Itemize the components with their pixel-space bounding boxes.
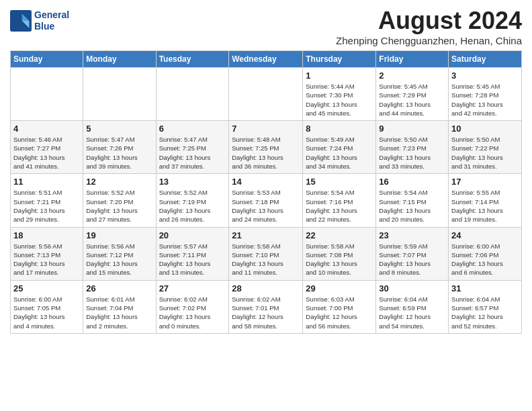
day-info: Sunrise: 5:58 AM Sunset: 7:10 PM Dayligh… [232, 242, 300, 277]
day-number: 29 [306, 283, 373, 293]
calendar-cell: 19Sunrise: 5:56 AM Sunset: 7:12 PM Dayli… [83, 227, 156, 280]
calendar-cell: 24Sunrise: 6:00 AM Sunset: 7:06 PM Dayli… [449, 227, 522, 280]
calendar-cell [11, 68, 83, 121]
day-number: 28 [232, 283, 300, 293]
day-info: Sunrise: 5:46 AM Sunset: 7:27 PM Dayligh… [13, 135, 80, 171]
day-number: 2 [379, 71, 445, 81]
calendar-cell: 7Sunrise: 5:48 AM Sunset: 7:25 PM Daylig… [229, 121, 303, 174]
day-info: Sunrise: 6:04 AM Sunset: 6:59 PM Dayligh… [379, 295, 445, 330]
logo: General Blue [10, 9, 69, 32]
day-number: 30 [379, 283, 445, 293]
day-info: Sunrise: 5:52 AM Sunset: 7:19 PM Dayligh… [159, 188, 226, 224]
calendar-cell: 30Sunrise: 6:04 AM Sunset: 6:59 PM Dayli… [376, 280, 449, 333]
calendar-week-row: 4Sunrise: 5:46 AM Sunset: 7:27 PM Daylig… [11, 121, 522, 174]
calendar-week-row: 18Sunrise: 5:56 AM Sunset: 7:13 PM Dayli… [11, 227, 522, 280]
calendar-cell: 20Sunrise: 5:57 AM Sunset: 7:11 PM Dayli… [156, 227, 229, 280]
calendar-cell: 1Sunrise: 5:44 AM Sunset: 7:30 PM Daylig… [303, 68, 376, 121]
day-info: Sunrise: 6:01 AM Sunset: 7:04 PM Dayligh… [86, 295, 152, 330]
day-info: Sunrise: 5:44 AM Sunset: 7:30 PM Dayligh… [306, 82, 373, 118]
day-number: 18 [13, 230, 80, 240]
day-number: 16 [379, 177, 445, 187]
day-info: Sunrise: 5:55 AM Sunset: 7:14 PM Dayligh… [451, 188, 519, 224]
day-number: 7 [232, 124, 300, 134]
day-info: Sunrise: 6:02 AM Sunset: 7:02 PM Dayligh… [159, 295, 226, 330]
page-header: General Blue August 2024 Zhenping Chengg… [10, 7, 522, 46]
calendar-cell [156, 68, 229, 121]
day-info: Sunrise: 5:47 AM Sunset: 7:25 PM Dayligh… [159, 135, 226, 171]
day-number: 17 [451, 177, 519, 187]
calendar-cell: 12Sunrise: 5:52 AM Sunset: 7:20 PM Dayli… [83, 174, 156, 227]
day-number: 19 [86, 230, 152, 240]
day-info: Sunrise: 6:04 AM Sunset: 6:57 PM Dayligh… [451, 295, 519, 330]
day-info: Sunrise: 5:54 AM Sunset: 7:15 PM Dayligh… [379, 188, 445, 224]
calendar-cell: 10Sunrise: 5:50 AM Sunset: 7:22 PM Dayli… [449, 121, 522, 174]
day-info: Sunrise: 5:50 AM Sunset: 7:23 PM Dayligh… [379, 135, 445, 171]
day-number: 11 [13, 177, 80, 187]
calendar-cell: 3Sunrise: 5:45 AM Sunset: 7:28 PM Daylig… [449, 68, 522, 121]
day-info: Sunrise: 5:58 AM Sunset: 7:08 PM Dayligh… [306, 242, 373, 277]
day-info: Sunrise: 5:59 AM Sunset: 7:07 PM Dayligh… [379, 242, 445, 277]
calendar-cell: 11Sunrise: 5:51 AM Sunset: 7:21 PM Dayli… [11, 174, 83, 227]
calendar-week-row: 11Sunrise: 5:51 AM Sunset: 7:21 PM Dayli… [11, 174, 522, 227]
calendar-cell [229, 68, 303, 121]
calendar-cell: 27Sunrise: 6:02 AM Sunset: 7:02 PM Dayli… [156, 280, 229, 333]
month-title: August 2024 [336, 7, 522, 35]
weekday-header-friday: Friday [376, 51, 449, 68]
day-number: 5 [86, 124, 152, 134]
day-number: 3 [451, 71, 519, 81]
calendar-cell: 26Sunrise: 6:01 AM Sunset: 7:04 PM Dayli… [83, 280, 156, 333]
day-info: Sunrise: 5:49 AM Sunset: 7:24 PM Dayligh… [306, 135, 373, 171]
day-info: Sunrise: 5:45 AM Sunset: 7:28 PM Dayligh… [451, 82, 519, 118]
day-info: Sunrise: 6:03 AM Sunset: 7:00 PM Dayligh… [306, 295, 373, 330]
calendar-cell: 31Sunrise: 6:04 AM Sunset: 6:57 PM Dayli… [449, 280, 522, 333]
weekday-header-wednesday: Wednesday [229, 51, 303, 68]
day-number: 21 [232, 230, 300, 240]
day-number: 27 [159, 283, 226, 293]
calendar-cell: 18Sunrise: 5:56 AM Sunset: 7:13 PM Dayli… [11, 227, 83, 280]
day-number: 8 [306, 124, 373, 134]
day-info: Sunrise: 5:50 AM Sunset: 7:22 PM Dayligh… [451, 135, 519, 171]
day-number: 4 [13, 124, 80, 134]
calendar-cell: 8Sunrise: 5:49 AM Sunset: 7:24 PM Daylig… [303, 121, 376, 174]
day-number: 9 [379, 124, 445, 134]
day-info: Sunrise: 6:00 AM Sunset: 7:05 PM Dayligh… [13, 295, 80, 330]
calendar-cell: 14Sunrise: 5:53 AM Sunset: 7:18 PM Dayli… [229, 174, 303, 227]
day-number: 20 [159, 230, 226, 240]
day-info: Sunrise: 5:56 AM Sunset: 7:13 PM Dayligh… [13, 242, 80, 277]
day-info: Sunrise: 5:48 AM Sunset: 7:25 PM Dayligh… [232, 135, 300, 171]
day-number: 1 [306, 71, 373, 81]
calendar-cell: 13Sunrise: 5:52 AM Sunset: 7:19 PM Dayli… [156, 174, 229, 227]
calendar-cell: 6Sunrise: 5:47 AM Sunset: 7:25 PM Daylig… [156, 121, 229, 174]
calendar-cell: 15Sunrise: 5:54 AM Sunset: 7:16 PM Dayli… [303, 174, 376, 227]
title-block: August 2024 Zhenping Chengguanzhen, Hena… [336, 7, 522, 46]
weekday-header-thursday: Thursday [303, 51, 376, 68]
calendar-cell: 2Sunrise: 5:45 AM Sunset: 7:29 PM Daylig… [376, 68, 449, 121]
day-info: Sunrise: 6:00 AM Sunset: 7:06 PM Dayligh… [451, 242, 519, 277]
day-number: 24 [451, 230, 519, 240]
day-number: 12 [86, 177, 152, 187]
calendar-week-row: 25Sunrise: 6:00 AM Sunset: 7:05 PM Dayli… [11, 280, 522, 333]
calendar-cell: 25Sunrise: 6:00 AM Sunset: 7:05 PM Dayli… [11, 280, 83, 333]
calendar-cell: 28Sunrise: 6:02 AM Sunset: 7:01 PM Dayli… [229, 280, 303, 333]
calendar-week-row: 1Sunrise: 5:44 AM Sunset: 7:30 PM Daylig… [11, 68, 522, 121]
day-number: 22 [306, 230, 373, 240]
location: Zhenping Chengguanzhen, Henan, China [336, 35, 522, 46]
day-info: Sunrise: 5:57 AM Sunset: 7:11 PM Dayligh… [159, 242, 226, 277]
logo-icon [10, 10, 32, 32]
calendar-cell: 5Sunrise: 5:47 AM Sunset: 7:26 PM Daylig… [83, 121, 156, 174]
weekday-header-row: SundayMondayTuesdayWednesdayThursdayFrid… [11, 51, 522, 68]
calendar-cell: 17Sunrise: 5:55 AM Sunset: 7:14 PM Dayli… [449, 174, 522, 227]
calendar-cell [83, 68, 156, 121]
day-info: Sunrise: 5:54 AM Sunset: 7:16 PM Dayligh… [306, 188, 373, 224]
calendar-cell: 21Sunrise: 5:58 AM Sunset: 7:10 PM Dayli… [229, 227, 303, 280]
day-info: Sunrise: 5:51 AM Sunset: 7:21 PM Dayligh… [13, 188, 80, 224]
weekday-header-saturday: Saturday [449, 51, 522, 68]
day-number: 23 [379, 230, 445, 240]
day-number: 15 [306, 177, 373, 187]
calendar-cell: 9Sunrise: 5:50 AM Sunset: 7:23 PM Daylig… [376, 121, 449, 174]
calendar-cell: 16Sunrise: 5:54 AM Sunset: 7:15 PM Dayli… [376, 174, 449, 227]
day-info: Sunrise: 5:53 AM Sunset: 7:18 PM Dayligh… [232, 188, 300, 224]
day-number: 13 [159, 177, 226, 187]
calendar-cell: 23Sunrise: 5:59 AM Sunset: 7:07 PM Dayli… [376, 227, 449, 280]
logo-text: General Blue [34, 9, 69, 32]
